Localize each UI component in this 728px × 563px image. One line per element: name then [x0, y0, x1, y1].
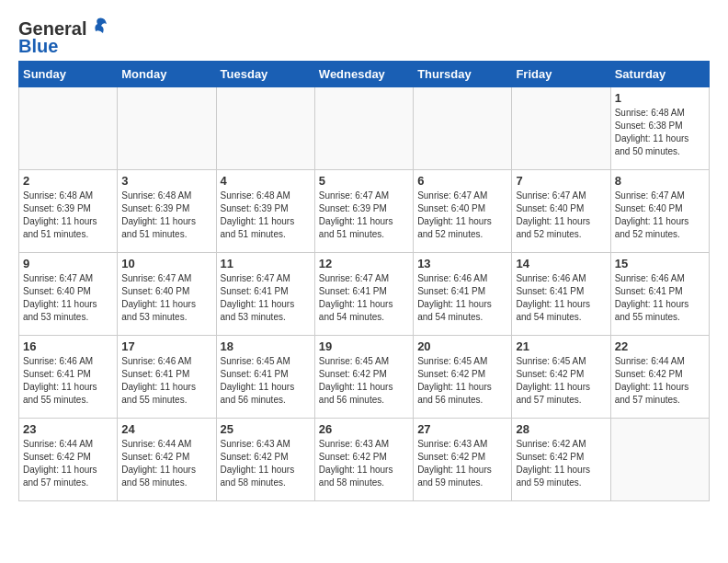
calendar-cell: 25Sunrise: 6:43 AMSunset: 6:42 PMDayligh…	[216, 419, 314, 501]
day-info: Sunrise: 6:43 AMSunset: 6:42 PMDaylight:…	[417, 438, 507, 489]
day-number: 7	[516, 174, 606, 188]
day-info: Sunrise: 6:46 AMSunset: 6:41 PMDaylight:…	[121, 355, 211, 407]
day-number: 20	[417, 339, 507, 353]
day-info: Sunrise: 6:46 AMSunset: 6:41 PMDaylight:…	[615, 272, 705, 324]
week-row-4: 16Sunrise: 6:46 AMSunset: 6:41 PMDayligh…	[19, 336, 710, 419]
calendar-cell: 8Sunrise: 6:47 AMSunset: 6:40 PMDaylight…	[610, 170, 709, 253]
calendar-cell: 18Sunrise: 6:45 AMSunset: 6:41 PMDayligh…	[216, 336, 314, 419]
calendar-cell	[314, 87, 413, 170]
day-number: 12	[319, 257, 409, 270]
day-number: 2	[23, 174, 113, 188]
week-row-1: 1Sunrise: 6:48 AMSunset: 6:38 PMDaylight…	[19, 87, 710, 170]
day-info: Sunrise: 6:45 AMSunset: 6:42 PMDaylight:…	[516, 355, 606, 407]
day-number: 24	[121, 422, 211, 436]
day-number: 18	[221, 339, 311, 353]
logo-blue-text: Blue	[18, 36, 58, 57]
day-info: Sunrise: 6:46 AMSunset: 6:41 PMDaylight:…	[516, 272, 606, 324]
weekday-saturday: Saturday	[610, 62, 709, 87]
day-number: 13	[417, 257, 507, 270]
day-info: Sunrise: 6:45 AMSunset: 6:42 PMDaylight:…	[319, 355, 409, 407]
day-info: Sunrise: 6:44 AMSunset: 6:42 PMDaylight:…	[121, 438, 211, 489]
day-info: Sunrise: 6:43 AMSunset: 6:42 PMDaylight:…	[319, 438, 409, 489]
calendar-cell: 15Sunrise: 6:46 AMSunset: 6:41 PMDayligh…	[610, 253, 709, 336]
week-row-5: 23Sunrise: 6:44 AMSunset: 6:42 PMDayligh…	[19, 419, 710, 501]
calendar-cell: 20Sunrise: 6:45 AMSunset: 6:42 PMDayligh…	[414, 336, 512, 419]
day-number: 26	[319, 422, 409, 436]
calendar-cell: 22Sunrise: 6:44 AMSunset: 6:42 PMDayligh…	[610, 336, 709, 419]
calendar-body: 1Sunrise: 6:48 AMSunset: 6:38 PMDaylight…	[19, 87, 710, 501]
day-info: Sunrise: 6:46 AMSunset: 6:41 PMDaylight:…	[23, 355, 113, 407]
day-number: 15	[615, 257, 705, 270]
calendar-cell	[610, 419, 709, 501]
day-info: Sunrise: 6:46 AMSunset: 6:41 PMDaylight:…	[417, 272, 507, 324]
calendar-cell: 27Sunrise: 6:43 AMSunset: 6:42 PMDayligh…	[414, 419, 512, 501]
page-header: General Blue	[18, 18, 710, 57]
calendar-cell: 24Sunrise: 6:44 AMSunset: 6:42 PMDayligh…	[118, 419, 216, 501]
calendar-cell: 10Sunrise: 6:47 AMSunset: 6:40 PMDayligh…	[118, 253, 216, 336]
day-number: 28	[516, 422, 606, 436]
calendar-cell: 5Sunrise: 6:47 AMSunset: 6:39 PMDaylight…	[314, 170, 413, 253]
calendar-cell: 21Sunrise: 6:45 AMSunset: 6:42 PMDayligh…	[512, 336, 610, 419]
calendar-cell: 4Sunrise: 6:48 AMSunset: 6:39 PMDaylight…	[216, 170, 314, 253]
day-number: 21	[516, 339, 606, 353]
calendar-cell: 1Sunrise: 6:48 AMSunset: 6:38 PMDaylight…	[610, 87, 709, 170]
week-row-2: 2Sunrise: 6:48 AMSunset: 6:39 PMDaylight…	[19, 170, 710, 253]
day-number: 19	[319, 339, 409, 353]
calendar-table: SundayMondayTuesdayWednesdayThursdayFrid…	[18, 61, 710, 501]
calendar-header: SundayMondayTuesdayWednesdayThursdayFrid…	[19, 62, 710, 87]
day-info: Sunrise: 6:45 AMSunset: 6:41 PMDaylight:…	[221, 355, 311, 407]
day-info: Sunrise: 6:47 AMSunset: 6:40 PMDaylight:…	[121, 272, 211, 324]
logo-bird-icon	[88, 17, 108, 39]
day-info: Sunrise: 6:47 AMSunset: 6:41 PMDaylight:…	[319, 272, 409, 324]
calendar-cell	[512, 87, 610, 170]
calendar-cell: 9Sunrise: 6:47 AMSunset: 6:40 PMDaylight…	[19, 253, 118, 336]
calendar-cell	[414, 87, 512, 170]
day-info: Sunrise: 6:48 AMSunset: 6:39 PMDaylight:…	[121, 190, 211, 241]
weekday-wednesday: Wednesday	[314, 62, 413, 87]
calendar-cell: 16Sunrise: 6:46 AMSunset: 6:41 PMDayligh…	[19, 336, 118, 419]
weekday-header-row: SundayMondayTuesdayWednesdayThursdayFrid…	[19, 62, 710, 87]
day-number: 27	[417, 422, 507, 436]
weekday-thursday: Thursday	[414, 62, 512, 87]
day-info: Sunrise: 6:48 AMSunset: 6:39 PMDaylight:…	[23, 190, 113, 241]
day-number: 11	[221, 257, 311, 270]
week-row-3: 9Sunrise: 6:47 AMSunset: 6:40 PMDaylight…	[19, 253, 710, 336]
calendar-cell	[19, 87, 118, 170]
day-number: 23	[23, 422, 113, 436]
weekday-tuesday: Tuesday	[216, 62, 314, 87]
day-info: Sunrise: 6:48 AMSunset: 6:39 PMDaylight:…	[221, 190, 311, 241]
calendar-cell: 7Sunrise: 6:47 AMSunset: 6:40 PMDaylight…	[512, 170, 610, 253]
calendar-cell: 3Sunrise: 6:48 AMSunset: 6:39 PMDaylight…	[118, 170, 216, 253]
calendar-cell	[216, 87, 314, 170]
day-info: Sunrise: 6:47 AMSunset: 6:40 PMDaylight:…	[516, 190, 606, 241]
day-number: 4	[221, 174, 311, 188]
weekday-monday: Monday	[118, 62, 216, 87]
calendar-cell: 11Sunrise: 6:47 AMSunset: 6:41 PMDayligh…	[216, 253, 314, 336]
day-info: Sunrise: 6:44 AMSunset: 6:42 PMDaylight:…	[615, 355, 705, 407]
logo: General Blue	[18, 18, 108, 57]
calendar-cell: 17Sunrise: 6:46 AMSunset: 6:41 PMDayligh…	[118, 336, 216, 419]
day-number: 17	[121, 339, 211, 353]
day-number: 5	[319, 174, 409, 188]
weekday-friday: Friday	[512, 62, 610, 87]
day-info: Sunrise: 6:43 AMSunset: 6:42 PMDaylight:…	[221, 438, 311, 489]
day-info: Sunrise: 6:47 AMSunset: 6:39 PMDaylight:…	[319, 190, 409, 241]
weekday-sunday: Sunday	[19, 62, 118, 87]
calendar-cell	[118, 87, 216, 170]
day-info: Sunrise: 6:47 AMSunset: 6:40 PMDaylight:…	[417, 190, 507, 241]
calendar-cell: 19Sunrise: 6:45 AMSunset: 6:42 PMDayligh…	[314, 336, 413, 419]
day-number: 10	[121, 257, 211, 270]
day-info: Sunrise: 6:44 AMSunset: 6:42 PMDaylight:…	[23, 438, 113, 489]
calendar-cell: 28Sunrise: 6:42 AMSunset: 6:42 PMDayligh…	[512, 419, 610, 501]
day-number: 1	[615, 91, 705, 105]
day-number: 8	[615, 174, 705, 188]
day-info: Sunrise: 6:47 AMSunset: 6:41 PMDaylight:…	[221, 272, 311, 324]
calendar-cell: 6Sunrise: 6:47 AMSunset: 6:40 PMDaylight…	[414, 170, 512, 253]
calendar-cell: 14Sunrise: 6:46 AMSunset: 6:41 PMDayligh…	[512, 253, 610, 336]
calendar-cell: 2Sunrise: 6:48 AMSunset: 6:39 PMDaylight…	[19, 170, 118, 253]
calendar-cell: 13Sunrise: 6:46 AMSunset: 6:41 PMDayligh…	[414, 253, 512, 336]
day-number: 9	[23, 257, 113, 270]
day-number: 22	[615, 339, 705, 353]
day-info: Sunrise: 6:48 AMSunset: 6:38 PMDaylight:…	[615, 107, 705, 158]
day-number: 14	[516, 257, 606, 270]
